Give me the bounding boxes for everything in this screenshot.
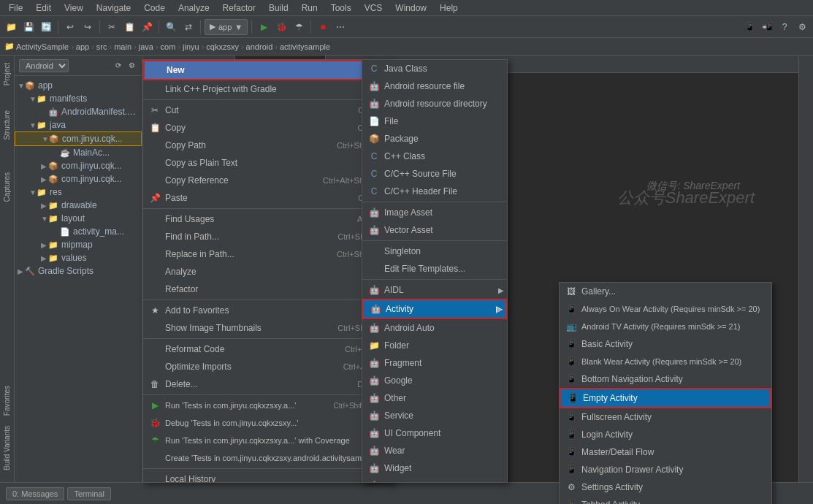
new-activity[interactable]: 🤖 Activity ▶: [362, 299, 507, 319]
menu-run[interactable]: Run: [296, 1, 324, 15]
activity-login[interactable]: 📱 Login Activity: [560, 426, 771, 443]
menu-analyze[interactable]: Analyze: [172, 1, 215, 15]
tree-manifests[interactable]: ▼ 📁 manifests: [15, 92, 142, 105]
menu-item-optimize-imports[interactable]: Optimize Imports Ctrl+Alt+O: [143, 358, 392, 375]
toolbar-save[interactable]: 💾: [20, 19, 37, 35]
menu-item-reformat[interactable]: Reformat Code Ctrl+Alt+L: [143, 340, 392, 358]
toolbar-stop-btn[interactable]: ■: [315, 19, 331, 35]
toolbar-debug-btn[interactable]: 🐞: [273, 19, 289, 35]
new-wear[interactable]: 🤖 Wear: [362, 442, 507, 459]
breadcrumb-com[interactable]: com: [161, 42, 176, 51]
new-folder[interactable]: 📁 Folder: [362, 337, 507, 354]
menu-item-copy[interactable]: 📋 Copy Ctrl+C: [143, 119, 392, 137]
vtab-build-variants[interactable]: Build Variants: [1, 421, 12, 475]
menu-item-local-history[interactable]: Local History: [143, 470, 392, 483]
tree-java[interactable]: ▼ 📁 java: [15, 118, 142, 131]
breadcrumb-jinyu[interactable]: jinyu: [183, 42, 199, 51]
toolbar-more[interactable]: ⋯: [332, 19, 348, 35]
menu-item-debug-tests[interactable]: 🐞 Debug 'Tests in com.jinyu.cqkxzsxy...': [143, 414, 392, 432]
activity-always-on-wear[interactable]: 📱 Always On Wear Activity (Requires minS…: [560, 300, 771, 318]
tree-values[interactable]: ▶ 📁 values: [15, 251, 142, 264]
tree-mainactivity[interactable]: ☕ MainAc...: [15, 146, 142, 159]
tree-androidmanifest[interactable]: 🤖 AndroidManifest.xml: [15, 105, 142, 118]
activity-tabbed[interactable]: 📱 Tabbed Activity: [560, 496, 771, 504]
new-vector-asset[interactable]: 🤖 Vector Asset: [362, 221, 507, 239]
activity-basic[interactable]: 📱 Basic Activity: [560, 335, 771, 353]
vtab-project[interactable]: Project: [1, 58, 12, 90]
new-google[interactable]: 🤖 Google: [362, 372, 507, 389]
menu-item-copy-ref[interactable]: Copy Reference Ctrl+Alt+Shift+C: [143, 172, 392, 189]
tree-package-test2[interactable]: ▶ 📦 com.jinyu.cqk...: [15, 172, 142, 186]
tree-activity-main-xml[interactable]: 📄 activity_ma...: [15, 225, 142, 238]
activity-bottom-nav[interactable]: 📱 Bottom Navigation Activity: [560, 370, 771, 388]
menu-item-run-tests[interactable]: ▶ Run 'Tests in com.jinyu.cqkxzsxy.a...'…: [143, 397, 392, 414]
new-cpp-source[interactable]: C C/C++ Source File: [362, 165, 507, 183]
new-android-resource-file[interactable]: 🤖 Android resource file: [362, 77, 507, 95]
menu-item-show-thumbnails[interactable]: Show Image Thumbnails Ctrl+Shift+T: [143, 319, 392, 337]
menu-item-find-path[interactable]: Find in Path... Ctrl+Shift+F: [143, 228, 392, 245]
activity-fullscreen[interactable]: 📱 Fullscreen Activity: [560, 408, 771, 426]
new-other[interactable]: 🤖 Other: [362, 389, 507, 407]
toolbar-sdk[interactable]: 📱: [741, 19, 757, 35]
new-android-resource-dir[interactable]: 🤖 Android resource directory: [362, 95, 507, 112]
vtab-structure[interactable]: Structure: [1, 106, 12, 145]
toolbar-coverage-btn[interactable]: ☂: [291, 19, 307, 35]
menu-item-copy-plain[interactable]: Copy as Plain Text: [143, 154, 392, 172]
breadcrumb-app[interactable]: app: [76, 42, 89, 51]
new-cpp-header[interactable]: C C/C++ Header File: [362, 183, 507, 200]
menu-item-run-coverage[interactable]: ☂ Run 'Tests in com.jinyu.cqkxzsxy.a...'…: [143, 432, 392, 449]
menu-build[interactable]: Build: [263, 1, 294, 15]
new-widget[interactable]: 🤖 Widget: [362, 459, 507, 477]
new-xml[interactable]: 🤖 XML: [362, 477, 507, 483]
menu-item-find-usages[interactable]: Find Usages Alt+F7: [143, 210, 392, 228]
tab-terminal[interactable]: Terminal: [67, 487, 111, 500]
new-aidl[interactable]: 🤖 AIDL: [362, 281, 507, 299]
toolbar-open[interactable]: 📁: [3, 19, 19, 35]
toolbar-help2[interactable]: ?: [776, 19, 793, 35]
new-package[interactable]: 📦 Package: [362, 130, 507, 148]
menu-view[interactable]: View: [58, 1, 89, 15]
menu-item-analyze[interactable]: Analyze: [143, 263, 392, 280]
tree-gradle-scripts[interactable]: ▶ 🔨 Gradle Scripts: [15, 264, 142, 278]
new-android-auto[interactable]: 🤖 Android Auto: [362, 319, 507, 337]
toolbar-find[interactable]: 🔍: [163, 19, 179, 35]
tree-drawable[interactable]: ▶ 📁 drawable: [15, 199, 142, 212]
menu-item-add-favorites[interactable]: ★ Add to Favorites: [143, 302, 392, 319]
new-file[interactable]: 📄 File: [362, 112, 507, 130]
tree-package-main[interactable]: ▼ 📦 com.jinyu.cqk...: [15, 131, 142, 146]
menu-item-link-cpp[interactable]: Link C++ Project with Gradle: [143, 80, 392, 98]
toolbar-sync[interactable]: 🔄: [38, 19, 54, 35]
tab-messages[interactable]: 0: Messages: [6, 487, 64, 500]
breadcrumb-activitysample2[interactable]: activitysample: [280, 42, 330, 51]
menu-edit[interactable]: Edit: [30, 1, 57, 15]
breadcrumb-android[interactable]: android: [246, 42, 273, 51]
toolbar-paste[interactable]: 📌: [139, 19, 155, 35]
menu-item-replace-path[interactable]: Replace in Path... Ctrl+Shift+R: [143, 245, 392, 263]
activity-gallery[interactable]: 🖼 Gallery...: [560, 283, 771, 300]
new-singleton[interactable]: Singleton: [362, 243, 507, 260]
menu-code[interactable]: Code: [138, 1, 171, 15]
toolbar-replace[interactable]: ⇄: [180, 19, 196, 35]
activity-settings[interactable]: ⚙ Settings Activity: [560, 478, 771, 496]
tree-layout[interactable]: ▼ 📁 layout: [15, 212, 142, 225]
new-java-class[interactable]: C Java Class: [362, 60, 507, 77]
new-ui-component[interactable]: 🤖 UI Component: [362, 424, 507, 442]
breadcrumb-java[interactable]: java: [139, 42, 153, 51]
tree-app[interactable]: ▼ 📦 app: [15, 79, 142, 92]
menu-vcs[interactable]: VCS: [359, 1, 389, 15]
activity-master-detail[interactable]: 📱 Master/Detail Flow: [560, 443, 771, 461]
menu-item-delete[interactable]: 🗑 Delete... Delete: [143, 375, 392, 393]
new-service[interactable]: 🤖 Service: [362, 407, 507, 424]
menu-item-create-tests[interactable]: Create 'Tests in com.jinyu.cqkxzsxy.andr…: [143, 449, 392, 467]
menu-refactor[interactable]: Refactor: [217, 1, 262, 15]
tree-mipmap[interactable]: ▶ 📁 mipmap: [15, 238, 142, 251]
sidebar-sync-btn[interactable]: ⟳: [112, 60, 124, 72]
breadcrumb-src[interactable]: src: [96, 42, 107, 51]
breadcrumb-cqkxzsxy[interactable]: cqkxzsxy: [206, 42, 239, 51]
tree-package-test1[interactable]: ▶ 📦 com.jinyu.cqk...: [15, 159, 142, 172]
activity-blank-wear[interactable]: 📱 Blank Wear Activity (Requires minSdk >…: [560, 353, 771, 370]
breadcrumb-main[interactable]: main: [114, 42, 131, 51]
activity-nav-drawer[interactable]: 📱 Navigation Drawer Activity: [560, 461, 771, 478]
menu-item-refactor[interactable]: Refactor: [143, 280, 392, 298]
menu-item-cut[interactable]: ✂ Cut Ctrl+X: [143, 102, 392, 119]
